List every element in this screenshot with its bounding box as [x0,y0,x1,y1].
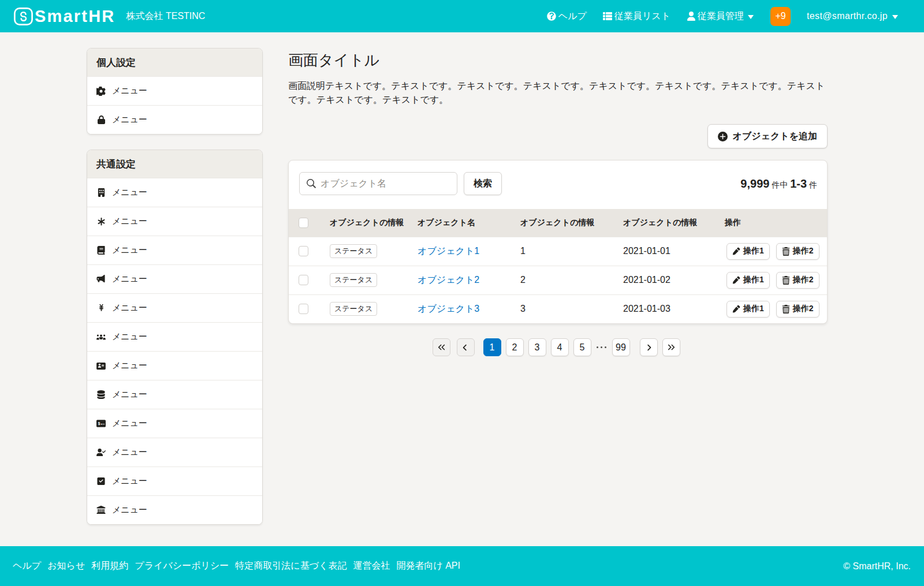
svg-text:$: $ [98,421,100,426]
